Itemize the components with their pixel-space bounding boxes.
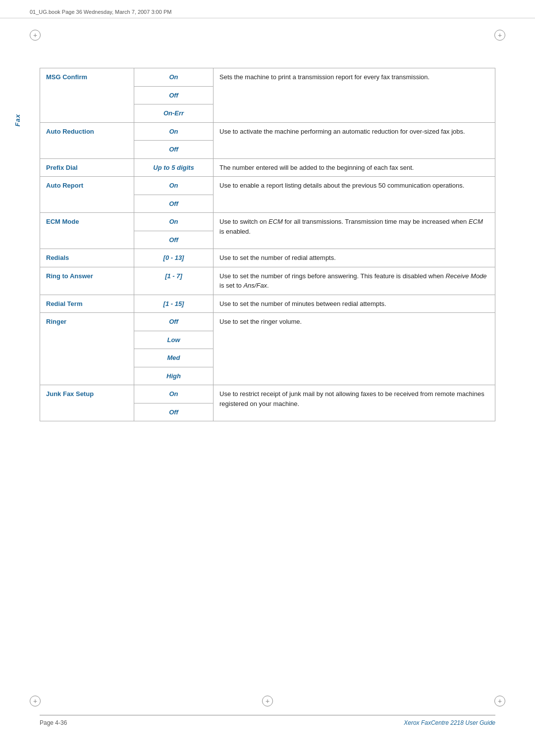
footer-title: Xerox FaxCentre 2218 User Guide [404, 719, 495, 726]
option-cell: On [134, 385, 214, 403]
reg-mark-br [494, 696, 505, 706]
option-cell: On [134, 122, 214, 141]
table-row: Junk Fax SetupOnUse to restrict receipt … [40, 385, 495, 403]
description-cell: The number entered will be added to the … [214, 158, 495, 177]
description-cell: Use to set the number of minutes between… [214, 295, 495, 313]
option-cell: On [134, 213, 214, 231]
table-row: Redial Term[1 - 15]Use to set the number… [40, 295, 495, 313]
feature-cell: Ringer [40, 313, 134, 385]
footer-page: Page 4-36 [40, 719, 67, 726]
footer-bar: Page 4-36 Xerox FaxCentre 2218 User Guid… [40, 715, 495, 726]
feature-cell: Ring to Answer [40, 267, 134, 295]
fax-table: MSG ConfirmOnSets the machine to print a… [40, 68, 495, 421]
option-cell: [1 - 15] [134, 295, 214, 313]
option-cell: Off [134, 141, 214, 159]
description-cell: Use to set the number of rings before an… [214, 267, 495, 295]
sidebar-label: Fax [14, 114, 21, 126]
feature-cell: Auto Reduction [40, 122, 134, 158]
feature-cell: Prefix Dial [40, 158, 134, 177]
description-cell: Use to set the number of redial attempts… [214, 249, 495, 267]
option-cell: Off [134, 195, 214, 213]
table-row: MSG ConfirmOnSets the machine to print a… [40, 68, 495, 87]
description-cell: Use to activate the machine performing a… [214, 122, 495, 158]
option-cell: On [134, 177, 214, 195]
description-cell: Sets the machine to print a transmission… [214, 68, 495, 123]
option-cell: On-Err [134, 104, 214, 123]
feature-cell: Redial Term [40, 295, 134, 313]
table-row: Prefix DialUp to 5 digitsThe number ente… [40, 158, 495, 177]
option-cell: Low [134, 331, 214, 349]
option-cell: Off [134, 403, 214, 421]
option-cell: On [134, 68, 214, 87]
page-wrapper: 01_UG.book Page 36 Wednesday, March 7, 2… [0, 0, 535, 756]
feature-cell: Auto Report [40, 177, 134, 213]
option-cell: Off [134, 231, 214, 249]
feature-cell: Junk Fax Setup [40, 385, 134, 421]
feature-cell: Redials [40, 249, 134, 267]
header-text: 01_UG.book Page 36 Wednesday, March 7, 2… [30, 9, 171, 15]
option-cell: High [134, 367, 214, 385]
option-cell: Up to 5 digits [134, 158, 214, 177]
table-row: Redials[0 - 13]Use to set the number of … [40, 249, 495, 267]
reg-mark-tr [494, 30, 505, 41]
description-cell: Use to enable a report listing details a… [214, 177, 495, 213]
main-content: MSG ConfirmOnSets the machine to print a… [40, 68, 495, 421]
table-row: Auto ReportOnUse to enable a report list… [40, 177, 495, 195]
description-cell: Use to restrict receipt of junk mail by … [214, 385, 495, 421]
feature-cell: ECM Mode [40, 213, 134, 249]
table-row: RingerOffUse to set the ringer volume. [40, 313, 495, 331]
header-bar: 01_UG.book Page 36 Wednesday, March 7, 2… [0, 0, 535, 18]
reg-mark-bm [262, 696, 273, 706]
feature-cell: MSG Confirm [40, 68, 134, 123]
table-row: ECM ModeOnUse to switch on ECM for all t… [40, 213, 495, 231]
description-cell: Use to set the ringer volume. [214, 313, 495, 385]
description-cell: Use to switch on ECM for all transmissio… [214, 213, 495, 249]
table-row: Ring to Answer[1 - 7]Use to set the numb… [40, 267, 495, 295]
option-cell: [1 - 7] [134, 267, 214, 295]
reg-mark-tl [30, 30, 41, 41]
option-cell: Off [134, 313, 214, 331]
option-cell: Med [134, 349, 214, 367]
table-row: Auto ReductionOnUse to activate the mach… [40, 122, 495, 141]
option-cell: [0 - 13] [134, 249, 214, 267]
option-cell: Off [134, 86, 214, 104]
reg-mark-bl [30, 696, 41, 706]
